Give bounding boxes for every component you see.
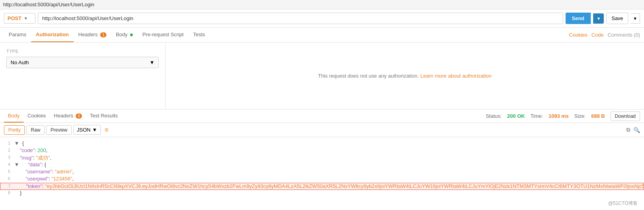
- save-button[interactable]: Save: [606, 13, 628, 24]
- line-number: 7: [3, 183, 15, 188]
- format-bar: Pretty Raw Preview JSON ▼ ≡ ⧉ 🔍: [0, 123, 644, 137]
- preview-button[interactable]: Preview: [46, 125, 72, 135]
- auth-type-label: TYPE: [6, 49, 159, 54]
- comments-link[interactable]: Comments (0): [608, 32, 640, 38]
- line-number: 5: [2, 169, 14, 174]
- auth-chevron-icon: ▼: [149, 59, 154, 65]
- line-content: ▼ "data": {: [14, 162, 642, 167]
- line-content: "userpwd": "123456",: [14, 176, 642, 182]
- pretty-button[interactable]: Pretty: [4, 125, 25, 135]
- tab-body[interactable]: Body: [111, 28, 138, 42]
- wrap-icon[interactable]: ≡: [105, 126, 108, 134]
- line-content: "username": "admin",: [14, 169, 642, 175]
- time-label: Time:: [530, 113, 543, 119]
- line-content: "code": 200,: [14, 147, 642, 153]
- resp-tab-headers[interactable]: Headers 6: [50, 110, 86, 123]
- code-panel: 1▼ {2 "code": 200,3 "msg": "成功",4▼ "data…: [0, 137, 644, 197]
- line-content: ▼ {: [14, 140, 642, 146]
- response-tab-bar: Body Cookies Headers 6 Test Results Stat…: [0, 110, 644, 123]
- response-status-bar: Status: 200 OK Time: 1093 ms Size: 688 B…: [486, 112, 640, 121]
- learn-auth-link[interactable]: Learn more about authorization: [421, 73, 492, 79]
- code-line: 5 "username": "admin",: [0, 169, 644, 176]
- line-number: 2: [2, 147, 14, 152]
- format-chevron-icon: ▼: [92, 127, 97, 133]
- code-line: 7 "token": "eyJhbGciOiJIUzI1NiIsInR5cCI6…: [0, 183, 644, 190]
- code-link[interactable]: Code: [592, 32, 604, 38]
- auth-left: TYPE No Auth ▼: [0, 43, 166, 109]
- copy-icon[interactable]: ⧉: [626, 126, 630, 133]
- tab-right-links: Cookies Code Comments (0): [569, 32, 640, 38]
- top-url-text: http://localhost:5000/api/User/UserLogin: [3, 2, 94, 7]
- size-value: 688 B: [591, 113, 605, 119]
- save-dropdown-button[interactable]: ▼: [631, 13, 640, 24]
- status-label: Status:: [486, 113, 501, 119]
- line-number: 6: [2, 176, 14, 181]
- send-dropdown-button[interactable]: ▼: [593, 13, 604, 24]
- method-select[interactable]: POST ▼: [4, 13, 35, 24]
- cookies-link[interactable]: Cookies: [569, 32, 588, 38]
- status-value: 200 OK: [507, 113, 525, 119]
- line-number: 1: [2, 140, 14, 145]
- resp-tab-cookies[interactable]: Cookies: [24, 110, 50, 123]
- download-button[interactable]: Download: [610, 112, 640, 121]
- auth-right: This request does not use any authorizat…: [166, 43, 644, 109]
- line-number: 4: [2, 162, 14, 167]
- line-number: 8: [2, 190, 14, 195]
- line-number: 9: [2, 197, 14, 197]
- format-select[interactable]: JSON ▼: [73, 125, 101, 135]
- headers-badge: 1: [100, 32, 106, 37]
- request-tab-bar: Params Authorization Headers 1 Body Pre-…: [0, 28, 644, 43]
- code-line: 1▼ {: [0, 140, 644, 147]
- format-value: JSON: [77, 127, 91, 133]
- format-right-icons: ⧉ 🔍: [626, 126, 640, 133]
- auth-panel: TYPE No Auth ▼ This request does not use…: [0, 43, 644, 110]
- code-line: 6 "userpwd": "123456",: [0, 176, 644, 183]
- search-icon[interactable]: 🔍: [633, 127, 640, 133]
- code-line: 4▼ "data": {: [0, 162, 644, 169]
- body-dot: [130, 33, 133, 36]
- line-content: }: [14, 197, 642, 197]
- tab-authorization[interactable]: Authorization: [31, 28, 74, 42]
- line-content: }: [14, 190, 642, 196]
- auth-type-value: No Auth: [11, 59, 29, 65]
- code-line: 8 }: [0, 190, 644, 197]
- raw-button[interactable]: Raw: [26, 125, 45, 135]
- headers-response-badge: 6: [76, 113, 82, 119]
- line-number: 3: [2, 154, 14, 160]
- tab-params[interactable]: Params: [4, 28, 31, 42]
- code-line: 3 "msg": "成功",: [0, 154, 644, 162]
- auth-message: This request does not use any authorizat…: [318, 73, 419, 79]
- auth-type-select[interactable]: No Auth ▼: [6, 57, 159, 68]
- tab-headers[interactable]: Headers 1: [74, 28, 111, 42]
- line-content: "token": "eyJhbGciOiJIUzI1NiIsInR5cCI6Ik…: [15, 183, 644, 189]
- top-url-bar: http://localhost:5000/api/User/UserLogin: [0, 0, 644, 9]
- method-chevron-icon: ▼: [24, 16, 28, 20]
- request-bar: POST ▼ Send ▼ Save ▼: [0, 9, 644, 28]
- time-value: 1093 ms: [549, 113, 569, 119]
- resp-tab-body[interactable]: Body: [4, 110, 24, 123]
- expand-icon[interactable]: ▼: [14, 162, 20, 167]
- code-line: 2 "code": 200,: [0, 147, 644, 154]
- line-content: "msg": "成功",: [14, 154, 642, 162]
- code-line: 9}: [0, 197, 644, 197]
- expand-icon[interactable]: ▼: [14, 140, 20, 146]
- send-button[interactable]: Send: [566, 13, 591, 24]
- tab-tests[interactable]: Tests: [188, 28, 210, 42]
- method-value: POST: [7, 15, 21, 21]
- url-input[interactable]: [38, 13, 563, 24]
- resp-tab-test-results[interactable]: Test Results: [86, 110, 122, 123]
- size-label: Size:: [574, 113, 586, 119]
- tab-pre-request[interactable]: Pre-request Script: [138, 28, 188, 42]
